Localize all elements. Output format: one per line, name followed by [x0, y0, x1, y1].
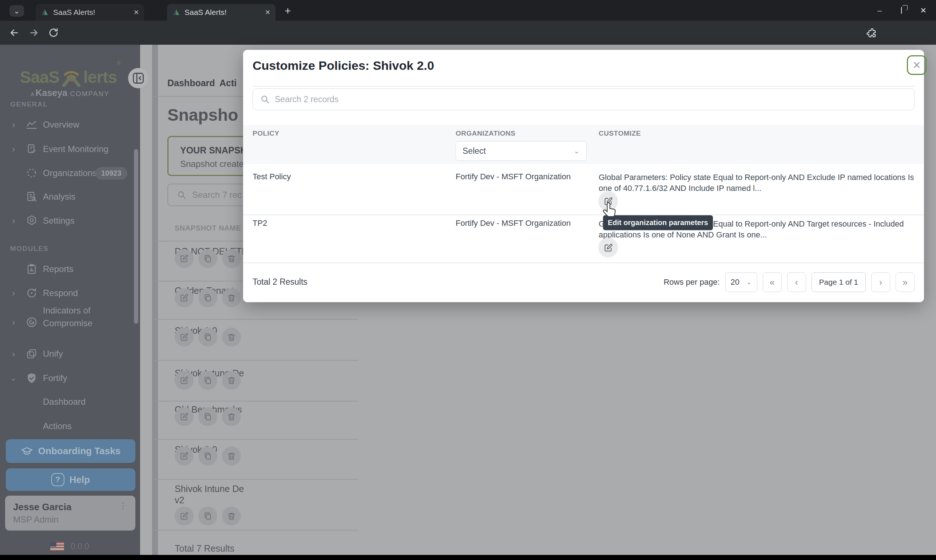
tab-close-icon[interactable]: ✕	[265, 8, 270, 16]
section-label-modules: MODULES	[10, 245, 49, 253]
delete-snapshot-button[interactable]	[222, 371, 241, 390]
copy-snapshot-button[interactable]	[198, 328, 217, 346]
onboarding-tasks-button[interactable]: Onboarding Tasks	[6, 439, 136, 463]
chevron-right-icon[interactable]: ›	[9, 285, 18, 302]
restore-button[interactable]	[901, 7, 902, 14]
sidebar-item-fortify[interactable]: ⌄ Fortify	[0, 369, 140, 387]
sidebar-item-respond[interactable]: › Respond	[0, 285, 140, 302]
divider	[155, 319, 358, 320]
logo-text-saas: SaaS	[20, 67, 59, 87]
copy-snapshot-button[interactable]	[198, 249, 217, 268]
close-window-button[interactable]: ✕	[919, 6, 928, 15]
layers-icon	[25, 348, 38, 360]
delete-snapshot-button[interactable]	[222, 446, 241, 465]
section-label-general: GENERAL	[10, 100, 48, 108]
sidebar-item-organizations[interactable]: Organizations 10923	[0, 165, 140, 182]
edit-snapshot-button[interactable]	[175, 371, 194, 390]
collapse-sidebar-icon	[131, 71, 145, 85]
edit-snapshot-button[interactable]	[175, 407, 194, 426]
saas-alerts-favicon	[172, 8, 180, 16]
edit-snapshot-button[interactable]	[175, 506, 194, 525]
sidebar-item-unify[interactable]: › Unify	[0, 345, 140, 363]
chevron-down-icon: ⌄	[14, 6, 20, 15]
browser-tab-inactive[interactable]: SaaS Alerts! ✕	[35, 4, 144, 21]
edit-snapshot-button[interactable]	[175, 249, 194, 268]
kaseya-company-line: A Kaseya COMPANY	[0, 88, 140, 98]
sidebar-scrollbar-thumb[interactable]	[134, 149, 138, 324]
edit-snapshot-button[interactable]	[175, 328, 194, 346]
policy-search-input[interactable]	[275, 95, 907, 105]
first-page-button[interactable]: «	[763, 272, 782, 292]
sidebar-subitem-actions[interactable]: Actions	[0, 417, 140, 435]
user-menu-icon[interactable]: ⋮	[119, 501, 127, 511]
row-divider	[243, 263, 924, 263]
clipboard-check-icon	[25, 143, 38, 155]
sidebar-item-overview[interactable]: › Overview	[0, 116, 140, 134]
last-page-button[interactable]: »	[896, 272, 914, 292]
copy-snapshot-button[interactable]	[198, 371, 217, 390]
results-total: Total 2 Results	[253, 277, 307, 287]
chevron-right-icon[interactable]: ›	[9, 345, 18, 363]
sidebar-item-settings[interactable]: › Settings	[0, 212, 140, 229]
rows-per-page-select[interactable]: 20 ⌄	[725, 272, 757, 292]
sidebar-subitem-dashboard[interactable]: Dashboard	[0, 393, 140, 411]
copy-snapshot-button[interactable]	[198, 288, 217, 307]
user-card[interactable]: Jesse Garcia MSP Admin ⋮	[5, 495, 136, 531]
question-mark-icon: ?	[51, 473, 65, 486]
copy-snapshot-button[interactable]	[198, 506, 217, 525]
chevron-down-icon[interactable]: ⌄	[9, 369, 18, 387]
modal-close-button[interactable]: ✕	[907, 55, 927, 75]
sidebar-collapse-button[interactable]	[128, 68, 148, 88]
refresh-icon	[25, 287, 38, 299]
snapshot-row-actions	[175, 371, 241, 390]
rows-per-page-label: Rows per page:	[663, 277, 720, 287]
registered-mark: ®	[117, 60, 120, 66]
chevron-right-icon[interactable]: ›	[9, 212, 18, 229]
edit-snapshot-button[interactable]	[175, 446, 194, 465]
chevron-down-icon: ⌄	[746, 278, 751, 286]
copy-snapshot-button[interactable]	[198, 446, 217, 465]
page-content: SaaS lerts ® A Kaseya COMPANY GENERAL › …	[0, 45, 936, 555]
back-button[interactable]	[9, 27, 20, 38]
new-tab-button[interactable]: +	[285, 6, 291, 16]
chevron-right-icon[interactable]: ›	[9, 140, 18, 158]
policy-search[interactable]	[253, 88, 914, 110]
divider	[155, 360, 358, 361]
delete-snapshot-button[interactable]	[222, 506, 241, 525]
snapshot-row-actions	[175, 446, 241, 465]
forward-button[interactable]	[28, 27, 39, 38]
snapshot-name: Shivok Intune De v2	[175, 483, 253, 506]
sidebar-item-indicators-of-compromise[interactable]: › Indicators of Compromise	[0, 304, 140, 340]
search-icon	[177, 190, 186, 200]
sidebar-item-analysis[interactable]: Analysis	[0, 188, 140, 205]
sidebar-item-event-monitoring[interactable]: › Event Monitoring	[0, 140, 140, 158]
delete-snapshot-button[interactable]	[222, 328, 241, 346]
sidebar-item-reports[interactable]: Reports	[0, 260, 140, 278]
delete-snapshot-button[interactable]	[222, 249, 241, 268]
previous-page-button[interactable]: ‹	[787, 272, 806, 292]
extensions-puzzle-icon[interactable]	[866, 27, 877, 38]
minimize-button[interactable]: –	[875, 6, 884, 15]
snapshot-row-actions	[175, 506, 241, 525]
page-tab-actions[interactable]: Acti	[219, 78, 236, 88]
tab-close-icon[interactable]: ✕	[134, 8, 139, 16]
edit-organization-parameters-button[interactable]	[598, 238, 618, 257]
browser-tab-active[interactable]: SaaS Alerts! ✕	[167, 4, 276, 21]
organizations-filter-select[interactable]: Select ⌄	[456, 141, 587, 161]
tab-search-button[interactable]: ⌄	[9, 5, 24, 17]
reload-button[interactable]	[48, 27, 59, 38]
delete-snapshot-button[interactable]	[222, 407, 241, 426]
chevron-right-icon[interactable]: ›	[9, 304, 18, 340]
snapshot-row-actions	[175, 328, 241, 346]
page-tab-dashboard[interactable]: Dashboard	[167, 78, 215, 88]
copy-snapshot-button[interactable]	[198, 407, 217, 426]
chevron-right-icon[interactable]: ›	[9, 116, 18, 134]
saas-alerts-logo: SaaS lerts ®	[11, 60, 129, 87]
delete-snapshot-button[interactable]	[222, 288, 241, 307]
page-indicator: Page 1 of 1	[811, 272, 866, 292]
next-page-button[interactable]: ›	[871, 272, 890, 292]
column-policy: POLICY	[253, 129, 279, 137]
edit-snapshot-button[interactable]	[175, 288, 194, 307]
help-button[interactable]: ? Help	[6, 468, 136, 491]
page-scrollbar[interactable]	[152, 45, 158, 555]
